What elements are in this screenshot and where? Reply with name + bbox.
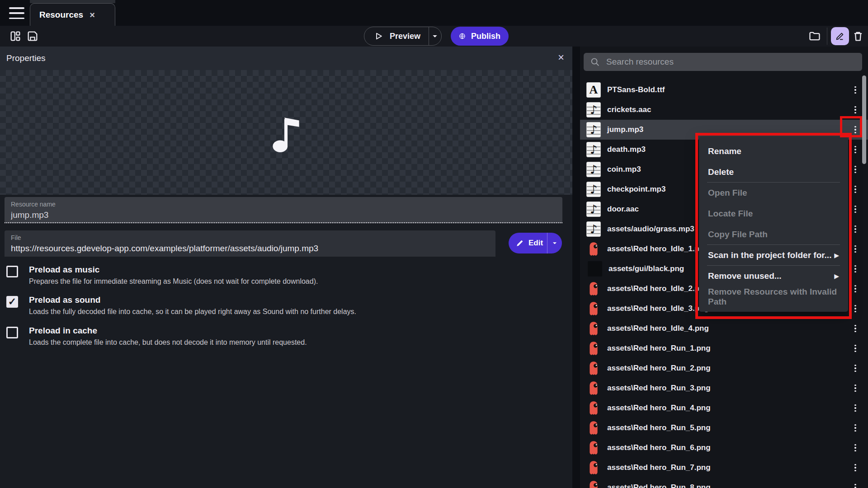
- audio-file-icon: ♪: [586, 221, 601, 237]
- resource-row[interactable]: ♪ A assets\Red hero_Run_4.png: [580, 398, 868, 418]
- resource-name: assets\Red hero_Run_6.png: [607, 443, 711, 452]
- file-field[interactable]: File https://resources.gdevelop-app.com/…: [5, 230, 495, 257]
- resource-name: assets\Red hero_Run_7.png: [607, 463, 711, 472]
- context-menu-item[interactable]: Remove unused... ▶: [699, 266, 848, 286]
- row-menu-icon[interactable]: [851, 463, 860, 472]
- resource-row[interactable]: ♪ A assets\Red hero_Idle_4.png: [580, 319, 868, 338]
- row-menu-icon[interactable]: [851, 483, 860, 488]
- search-input[interactable]: Search resources: [584, 53, 862, 71]
- row-menu-icon[interactable]: [851, 324, 860, 333]
- row-menu-icon[interactable]: [851, 145, 860, 154]
- resource-name: crickets.aac: [607, 105, 651, 114]
- context-menu-item[interactable]: Copy File Path ▶: [699, 224, 848, 245]
- font-file-icon: A: [586, 82, 601, 98]
- row-menu-icon[interactable]: [851, 264, 860, 273]
- resource-name-label: Resource name: [11, 201, 556, 208]
- edit-dropdown-caret[interactable]: [547, 240, 562, 246]
- publish-button[interactable]: Publish: [451, 27, 509, 46]
- row-menu-icon[interactable]: [851, 105, 860, 114]
- editor-tab[interactable]: Level (Events) ×: [30, 0, 115, 3]
- edit-file-button[interactable]: Edit: [509, 233, 562, 253]
- resource-name: door.aac: [607, 205, 639, 214]
- resource-row[interactable]: ♪ A assets\Red hero_Run_7.png: [580, 458, 868, 478]
- context-menu-item[interactable]: Locate File ▶: [699, 203, 848, 224]
- edit-mode-button[interactable]: [831, 27, 849, 45]
- resource-row[interactable]: ♪ A assets\Red hero_Run_8.png: [580, 478, 868, 488]
- row-menu-icon[interactable]: [851, 443, 860, 452]
- resource-name: coin.mp3: [607, 165, 641, 174]
- hamburger-menu-icon[interactable]: [9, 7, 24, 19]
- resource-name: assets/gui/black.png: [609, 264, 684, 273]
- row-menu-icon[interactable]: [851, 423, 860, 432]
- resource-row[interactable]: ♪ A assets\Red hero_Run_1.png: [580, 338, 868, 358]
- checkbox-description: Loads the fully decoded file into cache,…: [29, 308, 504, 316]
- tab-close-icon[interactable]: ×: [89, 10, 96, 19]
- resource-name-value[interactable]: jump.mp3: [11, 210, 556, 220]
- menu-item-label: Rename: [708, 146, 741, 156]
- resource-name: assets\Red hero_Idle_1.png: [607, 244, 709, 253]
- row-menu-icon[interactable]: [851, 125, 860, 134]
- tab-label: Resources: [39, 10, 83, 20]
- resource-name: assets\Red hero_Run_3.png: [607, 384, 711, 393]
- row-menu-icon[interactable]: [851, 384, 860, 393]
- checkbox-checked[interactable]: ✓: [6, 296, 18, 308]
- resource-row[interactable]: ♪ A assets\Red hero_Run_3.png: [580, 378, 868, 398]
- context-menu-item[interactable]: Scan in the project folder for... ▶: [699, 245, 848, 266]
- properties-title: Properties: [6, 53, 46, 63]
- checkbox-label[interactable]: Preload as music: [29, 264, 504, 276]
- checkbox-label[interactable]: Preload in cache: [29, 325, 504, 337]
- chevron-down-icon: [552, 240, 558, 246]
- file-value[interactable]: https://resources.gdevelop-app.com/examp…: [11, 244, 489, 253]
- row-menu-icon[interactable]: [851, 85, 860, 94]
- checkbox-label[interactable]: Preload as sound: [29, 294, 504, 306]
- context-menu-item[interactable]: Open File ▶: [699, 183, 848, 203]
- resource-row[interactable]: ♪ A crickets.aac: [580, 100, 868, 120]
- resource-name: assets\Red hero_Run_4.png: [607, 404, 711, 413]
- context-menu-item[interactable]: Remove Resources with Invalid Path ▶: [699, 286, 848, 307]
- row-menu-icon[interactable]: [851, 364, 860, 373]
- layout-icon[interactable]: [9, 30, 22, 42]
- row-menu-icon[interactable]: [851, 165, 860, 174]
- resource-row[interactable]: ♪ A PTSans-Bold.ttf: [580, 80, 868, 100]
- context-menu-item[interactable]: Delete ▶: [699, 162, 848, 183]
- trash-icon[interactable]: [852, 30, 864, 42]
- row-menu-icon[interactable]: [851, 205, 860, 214]
- folder-icon[interactable]: [808, 30, 821, 42]
- image-thumbnail-icon: [586, 361, 601, 376]
- row-menu-icon[interactable]: [851, 404, 860, 413]
- editor-tab[interactable]: Resources ×: [30, 3, 115, 26]
- row-menu-icon[interactable]: [851, 225, 860, 234]
- audio-file-icon: ♪: [586, 142, 601, 157]
- row-menu-icon[interactable]: [851, 185, 860, 194]
- resource-name: death.mp3: [607, 145, 646, 154]
- menu-item-label: Locate File: [708, 209, 753, 219]
- menu-item-label: Remove unused...: [708, 271, 782, 281]
- resource-row[interactable]: ♪ A assets\Red hero_Run_5.png: [580, 418, 868, 438]
- editor-tabs: Home × Level × Level (Events) ×: [30, 0, 118, 26]
- checkbox-unchecked[interactable]: [6, 327, 18, 338]
- resource-name-field[interactable]: Resource name jump.mp3: [5, 197, 562, 223]
- resource-row[interactable]: ♪ A assets\Red hero_Run_6.png: [580, 438, 868, 458]
- context-menu-item[interactable]: Rename ▶: [699, 141, 848, 162]
- audio-preview-checkerboard: [0, 70, 572, 195]
- resource-name: assets\Red hero_Run_1.png: [607, 344, 711, 353]
- image-thumbnail-icon: [586, 321, 601, 336]
- scrollbar-thumb[interactable]: [862, 75, 866, 164]
- checkbox-description: Loads the complete file into cache, but …: [29, 338, 504, 347]
- row-menu-icon[interactable]: [851, 244, 860, 253]
- resource-name: assets\Red hero_Run_5.png: [607, 423, 711, 432]
- preview-button[interactable]: Preview: [364, 27, 442, 46]
- preview-dropdown-caret[interactable]: [429, 33, 441, 40]
- image-thumbnail-icon: [586, 440, 601, 455]
- row-menu-icon[interactable]: [851, 304, 860, 313]
- resource-row[interactable]: ♪ A assets\Red hero_Run_2.png: [580, 358, 868, 378]
- search-icon: [590, 57, 600, 67]
- resource-name: assets\Red hero_Idle_3.png: [607, 304, 709, 313]
- checkbox-unchecked[interactable]: [6, 266, 18, 277]
- row-menu-icon[interactable]: [851, 344, 860, 353]
- pencil-icon: [835, 31, 845, 41]
- menu-item-label: Delete: [708, 167, 734, 177]
- save-icon[interactable]: [26, 30, 39, 42]
- row-menu-icon[interactable]: [851, 284, 860, 293]
- close-icon[interactable]: ×: [558, 52, 564, 63]
